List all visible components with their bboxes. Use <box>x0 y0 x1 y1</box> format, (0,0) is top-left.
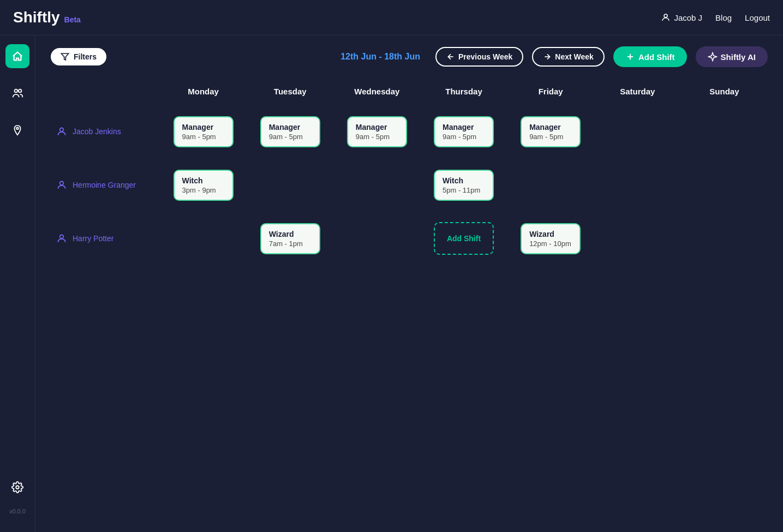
cell-harry-friday[interactable]: Wizard 12pm - 10pm <box>507 217 594 260</box>
cell-harry-saturday <box>594 217 681 260</box>
logo-beta: Beta <box>64 15 81 24</box>
svg-point-11 <box>60 181 64 185</box>
shift-role: Manager <box>356 123 398 131</box>
header-nav: Jacob J Blog Logout <box>661 13 770 22</box>
employee-harry: Harry Potter <box>51 233 160 244</box>
add-shift-text: Add Shift <box>447 234 481 243</box>
employee-name-harry: Harry Potter <box>73 234 113 243</box>
shift-jacob-thursday[interactable]: Manager 9am - 5pm <box>434 116 494 147</box>
shift-jacob-monday[interactable]: Manager 9am - 5pm <box>174 116 234 147</box>
pin-icon <box>11 124 23 136</box>
cell-hermoine-friday <box>507 163 594 207</box>
employee-name-hermoine: Hermoine Granger <box>73 181 136 189</box>
user-menu[interactable]: Jacob J <box>661 13 702 22</box>
cell-hermoine-wednesday <box>333 163 420 207</box>
cell-hermoine-monday[interactable]: Witch 3pm - 9pm <box>160 163 247 207</box>
grid-header: Monday Tuesday Wednesday Thursday Friday… <box>51 82 768 100</box>
svg-point-12 <box>60 235 64 238</box>
layout: v0.0.0 Filters 12th Jun - 18th Jun Previ… <box>0 35 783 532</box>
shiftly-ai-label: Shiftly AI <box>721 52 756 62</box>
filter-label: Filters <box>74 52 97 61</box>
cell-harry-wednesday <box>333 217 420 260</box>
header-wednesday: Wednesday <box>333 82 420 100</box>
employee-icon-jacob <box>56 126 67 137</box>
svg-point-1 <box>15 89 18 93</box>
svg-point-3 <box>16 128 19 130</box>
schedule-grid: Monday Tuesday Wednesday Thursday Friday… <box>51 82 768 263</box>
shift-role: Manager <box>529 123 572 131</box>
cell-jacob-friday[interactable]: Manager 9am - 5pm <box>507 110 594 153</box>
sidebar-item-employees[interactable] <box>5 81 29 105</box>
shift-role: Witch <box>443 176 485 185</box>
cell-jacob-tuesday[interactable]: Manager 9am - 5pm <box>247 110 333 153</box>
plus-icon <box>625 52 635 62</box>
filter-icon <box>61 52 69 61</box>
shift-role: Manager <box>269 123 312 131</box>
cell-jacob-sunday <box>681 110 768 153</box>
home-icon <box>11 50 23 62</box>
svg-point-4 <box>16 486 19 489</box>
user-name: Jacob J <box>674 13 702 22</box>
prev-week-label: Previous Week <box>458 52 512 61</box>
header-empty <box>51 82 160 100</box>
shift-time: 9am - 5pm <box>356 133 398 141</box>
shift-time: 5pm - 11pm <box>443 186 485 194</box>
shift-role: Wizard <box>529 230 572 238</box>
employee-icon-hermoine <box>56 180 67 190</box>
version-text: v0.0.0 <box>9 508 26 515</box>
header: Shiftly Beta Jacob J Blog Logout <box>0 0 783 35</box>
add-shift-button[interactable]: Add Shift <box>613 46 687 67</box>
main-content: Filters 12th Jun - 18th Jun Previous Wee… <box>35 35 783 532</box>
cell-harry-monday <box>160 217 247 260</box>
sidebar-item-location[interactable] <box>5 118 29 142</box>
cell-hermoine-thursday[interactable]: Witch 5pm - 11pm <box>420 163 507 207</box>
shift-time: 9am - 5pm <box>182 133 225 141</box>
settings-button[interactable] <box>5 475 29 499</box>
filter-button[interactable]: Filters <box>51 48 106 65</box>
shift-role: Witch <box>182 176 225 185</box>
cell-jacob-thursday[interactable]: Manager 9am - 5pm <box>420 110 507 153</box>
blog-link[interactable]: Blog <box>715 13 732 22</box>
sidebar-item-home[interactable] <box>5 44 29 68</box>
header-sunday: Sunday <box>681 82 768 100</box>
shift-time: 3pm - 9pm <box>182 186 225 194</box>
arrow-left-icon <box>446 52 455 61</box>
user-icon <box>661 13 671 22</box>
cell-jacob-monday[interactable]: Manager 9am - 5pm <box>160 110 247 153</box>
header-saturday: Saturday <box>594 82 681 100</box>
next-week-button[interactable]: Next Week <box>532 47 605 67</box>
svg-point-0 <box>664 14 667 17</box>
shift-harry-tuesday[interactable]: Wizard 7am - 1pm <box>260 223 320 254</box>
shift-jacob-tuesday[interactable]: Manager 9am - 5pm <box>260 116 320 147</box>
shift-jacob-friday[interactable]: Manager 9am - 5pm <box>521 116 581 147</box>
date-range: 12th Jun - 18th Jun <box>340 52 420 62</box>
employee-name-jacob: Jacob Jenkins <box>73 127 121 136</box>
shift-hermoine-thursday[interactable]: Witch 5pm - 11pm <box>434 170 494 201</box>
sparkle-icon <box>708 52 718 62</box>
shiftly-ai-button[interactable]: Shiftly AI <box>696 46 768 67</box>
cell-harry-tuesday[interactable]: Wizard 7am - 1pm <box>247 217 333 260</box>
shift-jacob-wednesday[interactable]: Manager 9am - 5pm <box>347 116 407 147</box>
shift-time: 9am - 5pm <box>443 133 485 141</box>
prev-week-button[interactable]: Previous Week <box>435 47 523 67</box>
logout-link[interactable]: Logout <box>745 13 770 22</box>
employee-jacob: Jacob Jenkins <box>51 126 160 137</box>
people-icon <box>11 87 23 99</box>
logo-container: Shiftly Beta <box>13 9 81 26</box>
cell-harry-sunday <box>681 217 768 260</box>
cell-jacob-wednesday[interactable]: Manager 9am - 5pm <box>333 110 420 153</box>
shift-role: Manager <box>443 123 485 131</box>
shift-time: 7am - 1pm <box>269 240 312 248</box>
cell-harry-thursday[interactable]: Add Shift <box>420 217 507 260</box>
shift-time: 9am - 5pm <box>529 133 572 141</box>
header-friday: Friday <box>507 82 594 100</box>
sidebar-bottom: v0.0.0 <box>5 475 29 523</box>
shift-role: Manager <box>182 123 225 131</box>
add-shift-thursday-harry[interactable]: Add Shift <box>434 222 494 255</box>
cell-hermoine-saturday <box>594 163 681 207</box>
shift-harry-friday[interactable]: Wizard 12pm - 10pm <box>521 223 581 254</box>
table-row: Harry Potter Wizard 7am - 1pm Add Shift <box>51 214 768 263</box>
employee-icon-harry <box>56 233 67 244</box>
shift-hermoine-monday[interactable]: Witch 3pm - 9pm <box>174 170 234 201</box>
svg-point-10 <box>60 128 64 131</box>
